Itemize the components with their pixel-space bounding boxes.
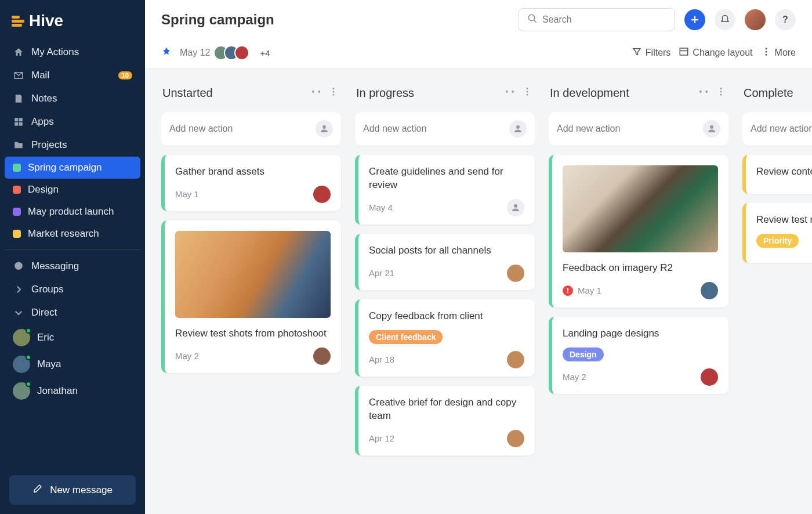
add-action-input[interactable] [161,112,341,146]
sidebar-item-messaging[interactable]: Messaging [5,255,140,278]
project-item-spring-campaign[interactable]: Spring campaign [5,157,140,179]
sidebar-item-apps[interactable]: Apps [5,110,140,133]
chevron-down-icon [13,307,24,318]
add-action-input[interactable] [549,112,728,146]
filters-button[interactable]: Filters [632,46,671,59]
column-title: In development [550,86,629,100]
unassigned-icon[interactable] [316,120,333,137]
add-action-input[interactable] [742,112,812,146]
search-box[interactable] [519,8,675,31]
presence-dot [26,328,31,334]
pin-icon[interactable] [161,46,172,59]
sidebar-item-projects[interactable]: Projects [5,133,140,157]
dm-item-eric[interactable]: Eric [5,324,140,351]
expand-icon[interactable] [697,85,710,100]
card-title: Gather brand assets [175,165,331,179]
card[interactable]: Landing page designsDesignMay 2 [549,317,728,394]
assignee-avatar[interactable] [507,430,524,447]
card-image [563,165,718,252]
unassigned-icon[interactable] [703,120,720,137]
card[interactable]: Copy feedback from clientClient feedback… [355,299,535,377]
card-date: May 2 [563,372,586,382]
help-button[interactable]: ? [775,9,796,30]
column-header: Unstarted [161,83,341,103]
svg-point-18 [514,204,517,208]
add-button[interactable] [684,9,705,30]
add-action-field[interactable] [169,124,310,134]
dm-item-maya[interactable]: Maya [5,351,140,378]
card-date: May 1 [175,189,199,199]
more-button[interactable]: More [761,46,796,59]
project-label: Market research [28,228,99,240]
member-stack[interactable] [218,45,249,60]
layout-icon [679,46,689,59]
sidebar-item-label: Apps [31,116,54,128]
change-layout-button[interactable]: Change layout [679,46,752,59]
svg-rect-3 [19,122,23,126]
card[interactable]: Review content strategy [742,155,812,194]
unassigned-icon[interactable] [509,120,527,137]
dm-item-jonathan[interactable]: Jonathan [5,378,140,404]
sidebar-item-direct[interactable]: Direct [5,301,140,324]
card[interactable]: Creative brief for design and copy teamA… [355,386,535,455]
assignee-avatar[interactable] [507,351,524,368]
sidebar: Hive My Actions Mail 10 Notes Apps [0,0,145,514]
alert-icon: ! [563,285,573,296]
svg-point-17 [516,125,520,129]
user-avatar[interactable] [745,9,766,30]
card[interactable]: Feedback on imagery R2!May 1 [549,155,728,307]
svg-point-19 [720,88,722,89]
folder-icon [13,140,24,150]
dots-vertical-icon[interactable] [715,85,727,100]
member-overflow[interactable]: +4 [260,48,270,58]
unassigned-icon[interactable] [507,199,524,216]
card-date: Apr 12 [369,433,394,443]
assignee-avatar[interactable] [701,368,718,386]
card[interactable]: Review test resultsPriority [742,203,812,263]
page-title: Spring campaign [161,12,274,28]
card[interactable]: Social posts for all channelsApr 21 [355,234,535,290]
expand-icon[interactable] [310,85,322,100]
card[interactable]: Create guidelines and send for reviewMay… [355,155,535,225]
filters-label: Filters [646,48,671,58]
logo[interactable]: Hive [0,0,145,41]
project-swatch [13,164,21,172]
project-item-design[interactable]: Design [5,179,140,201]
change-layout-label: Change layout [693,48,752,58]
nav-primary: My Actions Mail 10 Notes Apps Projects [0,41,145,245]
card[interactable]: Review test shots from photoshootMay 2 [161,220,341,373]
add-action-field[interactable] [363,124,503,134]
dots-vertical-icon [761,46,771,59]
expand-icon[interactable] [503,85,516,100]
assignee-avatar[interactable] [507,265,524,282]
compose-icon [32,483,43,497]
assignee-avatar[interactable] [313,348,331,365]
project-item-may-product-launch[interactable]: May product launch [5,201,140,223]
notifications-button[interactable] [715,9,735,30]
add-action-field[interactable] [557,124,697,134]
card[interactable]: Gather brand assetsMay 1 [161,155,341,211]
card-title: Copy feedback from client [369,310,524,323]
add-action-field[interactable] [751,124,812,134]
sidebar-item-label: Notes [31,93,57,104]
assignee-avatar[interactable] [701,282,718,299]
card-title: Review content strategy [756,165,812,179]
assignee-avatar[interactable] [313,186,331,203]
project-swatch [13,208,21,216]
column-header: In progress [355,83,535,103]
search-input[interactable] [542,15,666,25]
board[interactable]: UnstartedGather brand assetsMay 1Review … [145,69,812,514]
chat-icon [13,261,24,272]
sidebar-item-groups[interactable]: Groups [5,278,140,301]
new-message-button[interactable]: New message [9,475,136,505]
project-item-market-research[interactable]: Market research [5,223,140,245]
sidebar-item-mail[interactable]: Mail 10 [5,64,140,87]
sidebar-item-my-actions[interactable]: My Actions [5,41,140,64]
sidebar-item-notes[interactable]: Notes [5,87,140,110]
dots-vertical-icon[interactable] [327,85,340,100]
svg-rect-2 [14,122,18,126]
dots-vertical-icon[interactable] [521,85,534,100]
add-action-input[interactable] [355,112,535,146]
card-tag: Design [563,348,604,361]
card-title: Review test results [756,213,812,227]
